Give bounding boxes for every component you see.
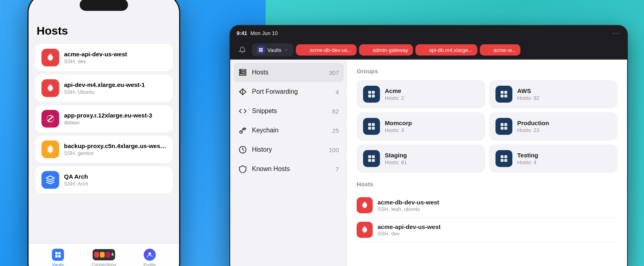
host-name: acme-api-dev-us-west	[64, 51, 166, 58]
svg-rect-39	[368, 159, 371, 162]
vaults-icon	[52, 249, 64, 261]
iphone-device: Hosts acme-api-dev-us-west SSH, dev	[27, 0, 180, 266]
svg-rect-10	[259, 50, 261, 52]
tab-vaults[interactable]: Vaults	[35, 249, 81, 266]
group-testing-name: Testing	[517, 152, 538, 159]
testing-icon	[495, 150, 512, 167]
group-staging-name: Staging	[385, 152, 407, 159]
sidebar-item-history[interactable]: History 100	[230, 140, 347, 159]
tab-icon	[485, 47, 491, 53]
sidebar-item-snippets[interactable]: Snippets 82	[230, 101, 347, 121]
iphone-host-item[interactable]: backup-proxy.c5n.4xlarge.us-west-2 SSH, …	[35, 136, 173, 163]
ipad-main: Hosts 307 Port Forwarding 4 Snippets 82	[230, 60, 627, 266]
group-acme-info: Acme Hosts: 2	[385, 87, 404, 101]
svg-rect-41	[501, 155, 504, 158]
group-aws-info: AWS Hosts: 92	[517, 87, 539, 101]
sidebar-snippets-count: 82	[332, 108, 339, 115]
iphone-host-item[interactable]: acme-api-dev-us-west SSH, dev	[35, 44, 173, 71]
svg-rect-22	[372, 91, 375, 94]
svg-rect-14	[239, 74, 246, 75]
svg-rect-23	[368, 95, 371, 97]
svg-rect-24	[372, 95, 375, 97]
iphone-host-item[interactable]: api-dev-m4.xlarge.eu-west-1 SSH, Ubuntu	[35, 74, 173, 102]
vault-label: Vaults	[267, 47, 281, 53]
tab-admin-gateway[interactable]: admin-gateway	[359, 44, 413, 56]
keychain-icon	[238, 126, 247, 135]
snippets-icon	[238, 107, 247, 115]
host-row-meta: SSH, leah, ubuntu	[378, 206, 439, 212]
host-row-acme-api[interactable]: acme-api-dev-us-west SSH, dev	[357, 218, 617, 242]
svg-rect-38	[372, 155, 375, 158]
svg-rect-34	[504, 123, 507, 126]
tab-icon	[420, 47, 427, 53]
tab-acme-db[interactable]: acme-db-dev-us...	[296, 44, 357, 56]
bell-button[interactable]	[235, 43, 250, 57]
ipad-right-panel: Groups Acme Hosts: 2	[347, 60, 627, 266]
host-meta: SSH, Ubuntu	[64, 89, 166, 95]
svg-rect-8	[259, 48, 261, 50]
host-name: app-proxy.r.12xlarge.eu-west-3	[64, 112, 166, 119]
aws-icon	[495, 86, 512, 103]
svg-rect-26	[504, 91, 507, 94]
sidebar-item-keychain[interactable]: Keychain 25	[230, 121, 347, 140]
host-name: api-dev-m4.xlarge.eu-west-1	[64, 81, 166, 88]
svg-rect-9	[261, 48, 263, 50]
sidebar-item-hosts[interactable]: Hosts 307	[233, 63, 344, 82]
svg-rect-5	[55, 255, 58, 257]
history-icon	[238, 145, 247, 154]
iphone-host-item[interactable]: QA Arch SSH, Arch	[35, 166, 173, 194]
svg-point-16	[240, 72, 241, 73]
tab-connections[interactable]: 4 Connections	[81, 249, 127, 266]
sidebar-knownhosts-count: 7	[336, 166, 339, 173]
host-row-name: acme-api-dev-us-west	[378, 223, 441, 230]
svg-rect-44	[504, 159, 507, 162]
tab-label: api-db.m4.xlarge...	[429, 47, 473, 53]
svg-rect-33	[501, 123, 504, 126]
group-card-production[interactable]: Production Hosts: 23	[489, 112, 617, 140]
vault-icon	[257, 46, 265, 54]
group-card-aws[interactable]: AWS Hosts: 92	[489, 80, 617, 108]
acme-icon	[363, 86, 380, 103]
tab-api-db[interactable]: api-db.m4.xlarge...	[415, 44, 477, 56]
host-icon	[41, 49, 59, 66]
hosts-icon	[238, 68, 247, 77]
group-momcorp-name: Momcorp	[385, 120, 412, 126]
host-name: backup-proxy.c5n.4xlarge.us-west-2	[64, 142, 166, 149]
statusbar-date: Mon Jun 10	[250, 30, 278, 36]
iphone-page-title: Hosts	[35, 25, 173, 37]
knownhosts-icon	[238, 165, 247, 173]
staging-icon	[363, 150, 380, 167]
svg-rect-28	[504, 95, 507, 97]
statusbar-dots: ···	[612, 29, 621, 37]
group-card-testing[interactable]: Testing Hosts: 4	[489, 144, 617, 173]
iphone-host-item[interactable]: app-proxy.r.12xlarge.eu-west-3 debian	[35, 105, 173, 132]
group-production-info: Production Hosts: 23	[517, 120, 549, 133]
tab-label: admin-gateway	[373, 47, 408, 53]
svg-rect-11	[261, 50, 263, 52]
hosts-section-title: Hosts	[357, 181, 617, 188]
vault-selector[interactable]: Vaults	[252, 43, 293, 56]
group-card-staging[interactable]: Staging Hosts: 81	[357, 144, 485, 173]
portforwarding-icon	[238, 87, 247, 96]
svg-rect-43	[501, 159, 504, 162]
svg-rect-32	[372, 127, 375, 130]
ipad-statusbar: 9:41 Mon Jun 10 ···	[230, 26, 627, 40]
host-row-icon	[357, 222, 373, 238]
sidebar-item-portforwarding[interactable]: Port Forwarding 4	[230, 82, 347, 101]
sidebar-history-label: History	[252, 146, 324, 153]
group-card-momcorp[interactable]: Momcorp Hosts: 3	[357, 112, 485, 140]
host-name: QA Arch	[64, 173, 166, 180]
svg-rect-3	[55, 252, 58, 254]
svg-rect-4	[58, 252, 61, 254]
sidebar-portforwarding-count: 4	[336, 89, 339, 95]
sidebar-item-knownhosts[interactable]: Known Hosts 7	[230, 159, 347, 179]
iphone-content: Hosts acme-api-dev-us-west SSH, dev	[29, 18, 179, 266]
tab-acme-w[interactable]: acme-w...	[480, 44, 521, 56]
tab-profile[interactable]: Profile	[127, 249, 173, 266]
profile-avatar	[144, 249, 156, 261]
tab-profile-label: Profile	[143, 262, 156, 266]
iphone-host-list: acme-api-dev-us-west SSH, dev api-dev-m4…	[35, 44, 173, 194]
group-card-acme[interactable]: Acme Hosts: 2	[357, 80, 485, 108]
host-row-acme-db[interactable]: acme-db-dev-us-west SSH, leah, ubuntu	[357, 193, 617, 218]
svg-rect-37	[368, 155, 371, 158]
